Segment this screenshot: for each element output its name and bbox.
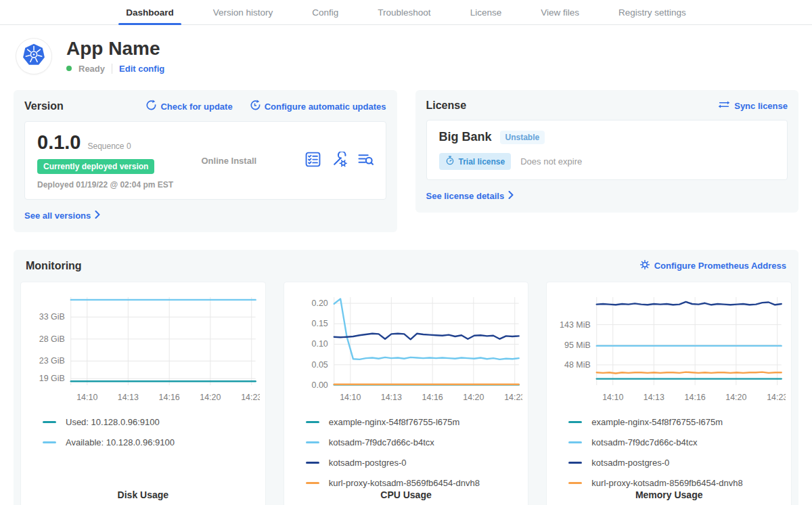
svg-text:0.00: 0.00 <box>311 380 328 390</box>
svg-text:14:16: 14:16 <box>159 393 180 402</box>
see-all-versions-link[interactable]: See all versions <box>24 211 100 221</box>
legend-item: kotsadm-7f9dc7d66c-b4tcx <box>568 437 786 447</box>
series-swatch <box>306 441 319 443</box>
svg-text:95 MiB: 95 MiB <box>564 341 591 350</box>
series-swatch <box>568 482 582 484</box>
gear-icon <box>639 259 650 272</box>
tab-version-history[interactable]: Version history <box>206 0 281 24</box>
license-card-title: License <box>426 100 467 112</box>
deployed-timestamp: Deployed 01/19/22 @ 02:04 pm EST <box>37 180 173 190</box>
svg-text:14:23: 14:23 <box>504 393 523 402</box>
svg-text:14:20: 14:20 <box>726 393 747 402</box>
legend-item: Available: 10.128.0.96:9100 <box>43 437 260 447</box>
deployed-badge: Currently deployed version <box>37 159 154 174</box>
svg-text:14:23: 14:23 <box>767 393 786 402</box>
preflight-checks-icon[interactable] <box>305 152 321 170</box>
memory-usage-chart: 143 MiB95 MiB48 MiB14:1014:1314:1614:201… <box>552 290 786 409</box>
config-wrench-icon[interactable] <box>332 152 347 170</box>
divider <box>112 64 112 74</box>
top-navbar: Dashboard Version history Config Trouble… <box>0 0 812 25</box>
series-swatch <box>568 421 582 423</box>
svg-text:0.05: 0.05 <box>311 360 328 370</box>
disk-usage-chart: 33 GiB28 GiB23 GiB19 GiB14:1014:1314:161… <box>26 290 260 409</box>
legend-item: example-nginx-54f8f76755-l675m <box>568 417 786 427</box>
version-card-title: Version <box>24 100 64 112</box>
memory-usage-panel: 143 MiB95 MiB48 MiB14:1014:1314:1614:201… <box>546 282 792 505</box>
svg-text:19 GiB: 19 GiB <box>39 374 65 383</box>
chart-title: Memory Usage <box>552 489 786 504</box>
legend-item: kotsadm-postgres-0 <box>568 458 786 468</box>
tab-license[interactable]: License <box>463 0 510 24</box>
series-swatch <box>43 421 56 423</box>
svg-text:14:16: 14:16 <box>422 393 443 402</box>
configure-auto-updates-link[interactable]: Configure automatic updates <box>249 100 386 113</box>
legend-item: kurl-proxy-kotsadm-8569fb6454-dnvh8 <box>568 478 786 488</box>
refresh-icon <box>145 100 156 113</box>
chart-title: Disk Usage <box>26 489 260 504</box>
sync-icon <box>718 100 730 111</box>
current-version-row: 0.1.0 Sequence 0 Currently deployed vers… <box>24 121 386 200</box>
cpu-usage-chart: 0.200.150.100.050.0014:1014:1314:1614:20… <box>290 290 523 409</box>
legend-item: kotsadm-postgres-0 <box>306 458 523 468</box>
status-badge: Ready <box>78 64 105 74</box>
version-number: 0.1.0 <box>37 131 81 154</box>
svg-text:28 GiB: 28 GiB <box>39 334 65 344</box>
svg-text:14:23: 14:23 <box>241 393 260 402</box>
svg-text:14:13: 14:13 <box>380 393 401 402</box>
edit-config-link[interactable]: Edit config <box>119 64 164 74</box>
svg-text:0.10: 0.10 <box>311 339 328 349</box>
check-for-update-link[interactable]: Check for update <box>145 100 232 113</box>
series-swatch <box>568 462 582 464</box>
chevron-right-icon <box>95 211 100 221</box>
kubernetes-icon <box>18 39 49 73</box>
stopwatch-icon <box>445 156 455 167</box>
svg-text:14:10: 14:10 <box>76 393 97 402</box>
memory-usage-legend: example-nginx-54f8f76755-l675m kotsadm-7… <box>568 417 786 488</box>
svg-text:14:16: 14:16 <box>685 393 706 402</box>
sync-license-link[interactable]: Sync license <box>718 100 788 111</box>
svg-text:23 GiB: 23 GiB <box>39 356 65 366</box>
series-swatch <box>306 482 319 484</box>
svg-text:0.15: 0.15 <box>311 319 328 328</box>
configure-prometheus-link[interactable]: Configure Prometheus Address <box>639 259 786 272</box>
trial-license-badge: Trial license <box>439 153 512 170</box>
legend-item: kotsadm-7f9dc7d66c-b4tcx <box>306 437 523 447</box>
disk-usage-legend: Used: 10.128.0.96:9100 Available: 10.128… <box>43 417 260 447</box>
svg-text:0.20: 0.20 <box>311 299 328 308</box>
channel-badge: Unstable <box>500 131 545 144</box>
clock-refresh-icon <box>249 100 261 113</box>
tab-config[interactable]: Config <box>304 0 346 24</box>
svg-text:14:10: 14:10 <box>603 393 624 402</box>
app-logo <box>16 39 51 74</box>
page-title: App Name <box>66 39 164 60</box>
tab-dashboard[interactable]: Dashboard <box>118 0 181 24</box>
series-swatch <box>568 441 582 443</box>
svg-text:48 MiB: 48 MiB <box>564 360 591 370</box>
install-type-label: Online Install <box>202 156 257 166</box>
tab-registry-settings[interactable]: Registry settings <box>611 0 694 24</box>
license-card: License Sync license Big Bank Unstable <box>415 90 799 213</box>
legend-item: example-nginx-54f8f76755-l675m <box>306 417 523 427</box>
chart-title: CPU Usage <box>290 489 523 504</box>
license-name: Big Bank <box>439 130 492 144</box>
monitoring-card: Monitoring Configure Prometheus Address … <box>14 250 798 505</box>
app-header: App Name Ready Edit config <box>0 25 812 85</box>
legend-item: Used: 10.128.0.96:9100 <box>43 417 260 427</box>
legend-item: kurl-proxy-kotsadm-8569fb6454-dnvh8 <box>306 478 523 488</box>
series-swatch <box>43 441 56 443</box>
tab-view-files[interactable]: View files <box>533 0 587 24</box>
view-logs-icon[interactable] <box>358 152 374 170</box>
series-swatch <box>306 462 319 464</box>
svg-text:14:13: 14:13 <box>644 393 664 402</box>
disk-usage-panel: 33 GiB28 GiB23 GiB19 GiB14:1014:1314:161… <box>20 282 266 505</box>
status-dot <box>66 66 72 71</box>
tab-troubleshoot[interactable]: Troubleshoot <box>370 0 438 24</box>
series-swatch <box>306 421 319 423</box>
see-license-details-link[interactable]: See license details <box>426 191 514 201</box>
svg-text:14:20: 14:20 <box>200 393 221 402</box>
version-card: Version Check for update <box>14 90 397 232</box>
svg-text:14:13: 14:13 <box>118 393 139 402</box>
cpu-usage-legend: example-nginx-54f8f76755-l675m kotsadm-7… <box>306 417 523 488</box>
svg-text:143 MiB: 143 MiB <box>560 320 591 330</box>
chevron-right-icon <box>508 191 514 201</box>
